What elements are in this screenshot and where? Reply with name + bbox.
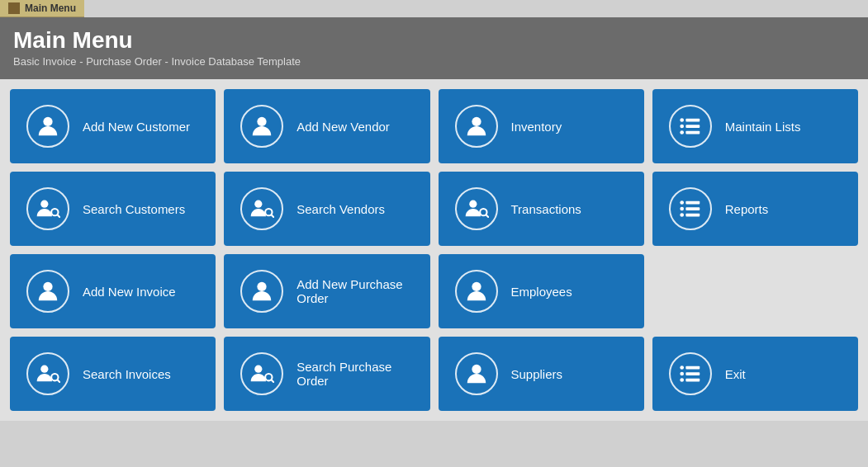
svg-point-26 [472, 282, 481, 291]
add-new-vendor-label: Add New Vendor [296, 120, 390, 134]
search-vendors-icon [240, 187, 283, 230]
svg-point-2 [472, 117, 481, 126]
tile-suppliers[interactable]: Suppliers [439, 337, 644, 411]
svg-line-14 [272, 215, 274, 218]
tile-inventory[interactable]: Inventory [439, 89, 644, 163]
svg-rect-23 [685, 214, 700, 217]
add-new-purchase-order-icon [240, 270, 283, 313]
tile-transactions[interactable]: Transactions [439, 172, 644, 246]
svg-rect-6 [685, 125, 700, 128]
add-new-purchase-order-label: Add New Purchase Order [296, 277, 413, 305]
svg-point-38 [680, 378, 684, 382]
suppliers-icon [455, 352, 498, 395]
add-new-vendor-icon [240, 105, 283, 148]
svg-point-34 [680, 366, 684, 370]
svg-point-1 [258, 117, 267, 126]
svg-point-7 [680, 130, 684, 134]
tile-exit[interactable]: Exit [652, 337, 858, 411]
tile-add-new-vendor[interactable]: Add New Vendor [224, 89, 429, 163]
svg-rect-35 [685, 366, 700, 370]
tile-search-customers[interactable]: Search Customers [10, 172, 216, 246]
titlebar-label: Main Menu [25, 2, 76, 14]
tile-search-vendors[interactable]: Search Vendors [224, 172, 429, 246]
add-new-customer-label: Add New Customer [83, 120, 190, 134]
transactions-label: Transactions [511, 202, 581, 216]
add-new-customer-icon [26, 105, 69, 148]
transactions-icon [455, 187, 498, 230]
svg-point-25 [258, 282, 267, 291]
svg-point-27 [40, 366, 48, 373]
svg-point-30 [255, 366, 263, 373]
tile-add-new-invoice[interactable]: Add New Invoice [10, 254, 216, 328]
tile-employees[interactable]: Employees [439, 254, 644, 328]
menu-grid: Add New Customer Add New Vendor Inventor… [10, 89, 858, 411]
employees-label: Employees [511, 285, 572, 299]
exit-icon [669, 352, 712, 395]
svg-rect-19 [685, 201, 700, 205]
add-new-invoice-label: Add New Invoice [83, 285, 176, 299]
suppliers-label: Suppliers [511, 367, 563, 381]
add-new-invoice-icon [26, 270, 69, 313]
tile-add-new-purchase-order[interactable]: Add New Purchase Order [224, 254, 429, 328]
tile-reports[interactable]: Reports [652, 172, 858, 246]
svg-point-12 [255, 200, 263, 208]
svg-point-0 [43, 117, 52, 126]
svg-point-36 [680, 372, 684, 376]
search-customers-label: Search Customers [83, 202, 185, 216]
reports-label: Reports [725, 202, 769, 216]
search-vendors-label: Search Vendors [296, 202, 385, 216]
maintain-lists-label: Maintain Lists [725, 120, 801, 134]
titlebar-icon [8, 2, 20, 14]
svg-point-33 [472, 365, 481, 374]
svg-point-20 [680, 207, 684, 211]
tile-search-purchase-order[interactable]: Search Purchase Order [224, 337, 429, 411]
search-invoices-icon [26, 352, 69, 395]
reports-icon [669, 187, 712, 230]
search-customers-icon [26, 187, 69, 230]
svg-line-17 [486, 215, 488, 218]
svg-rect-8 [685, 131, 700, 134]
svg-point-22 [680, 213, 684, 217]
page-title: Main Menu [13, 27, 855, 54]
tile-search-invoices[interactable]: Search Invoices [10, 337, 216, 411]
svg-rect-4 [685, 119, 700, 122]
tile-add-new-customer[interactable]: Add New Customer [10, 89, 216, 163]
search-purchase-order-icon [240, 352, 283, 395]
svg-rect-21 [685, 207, 700, 210]
svg-point-15 [469, 200, 477, 208]
search-purchase-order-label: Search Purchase Order [296, 360, 413, 388]
inventory-label: Inventory [511, 120, 562, 134]
svg-point-18 [680, 200, 684, 205]
maintain-lists-icon [669, 105, 712, 148]
svg-point-9 [40, 200, 48, 208]
tile-empty1 [652, 254, 858, 328]
svg-line-29 [58, 380, 60, 383]
header: Main Menu Basic Invoice - Purchase Order… [0, 17, 868, 79]
employees-icon [455, 270, 498, 313]
titlebar: Main Menu [0, 0, 84, 17]
svg-point-5 [680, 125, 684, 129]
inventory-icon [455, 105, 498, 148]
search-invoices-label: Search Invoices [83, 367, 171, 381]
svg-rect-39 [685, 379, 700, 382]
svg-point-3 [680, 118, 684, 122]
main-content: Add New Customer Add New Vendor Inventor… [0, 79, 868, 421]
svg-point-24 [43, 282, 52, 291]
page-subtitle: Basic Invoice - Purchase Order - Invoice… [13, 55, 855, 68]
exit-label: Exit [725, 367, 746, 381]
svg-line-11 [58, 215, 60, 218]
svg-rect-37 [685, 372, 700, 375]
tile-maintain-lists[interactable]: Maintain Lists [652, 89, 858, 163]
svg-line-32 [272, 380, 274, 383]
